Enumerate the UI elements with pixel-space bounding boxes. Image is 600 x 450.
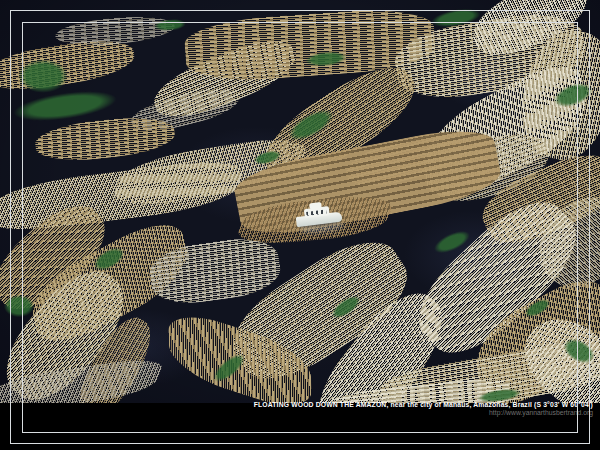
photo-credit-url: http://www.yannarthusbertrand.org [254, 409, 593, 416]
photo-vignette [0, 0, 600, 403]
boat-windows [306, 209, 326, 215]
photo-caption: FLOATING WOOD DOWN THE AMAZON, near the … [254, 401, 593, 416]
wallpaper-canvas: FLOATING WOOD DOWN THE AMAZON, near the … [0, 0, 600, 450]
caption-title: FLOATING WOOD DOWN THE AMAZON, near the … [254, 401, 593, 408]
boat [294, 199, 350, 237]
aerial-photo [0, 0, 600, 403]
